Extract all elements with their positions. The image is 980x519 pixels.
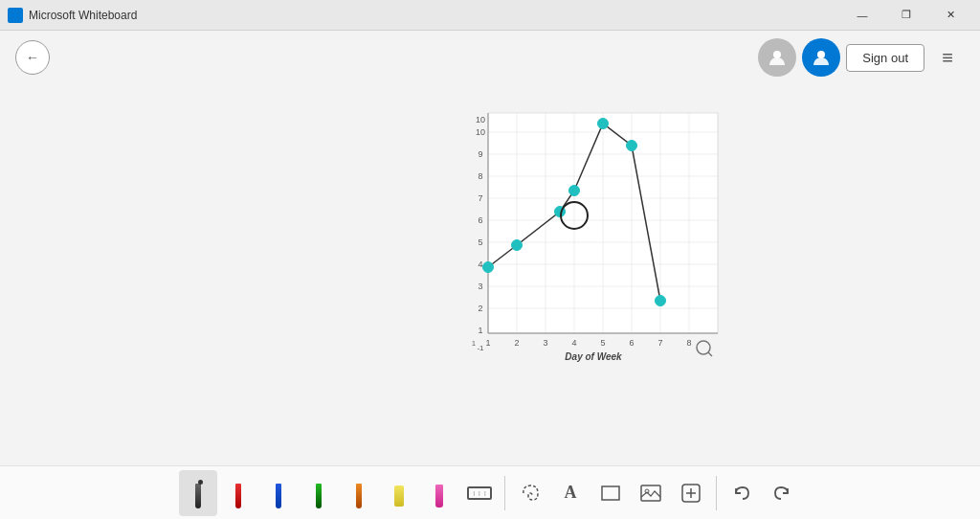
sign-out-button[interactable]: Sign out — [846, 44, 924, 72]
image-icon — [640, 485, 661, 502]
svg-text:1: 1 — [472, 340, 476, 347]
undo-tool[interactable] — [723, 470, 761, 516]
shape-icon — [601, 485, 620, 501]
pen-red-tool[interactable] — [219, 470, 257, 516]
canvas-area[interactable]: 10 9 8 7 6 5 4 3 2 1 1 2 3 4 5 6 7 8 — [0, 84, 980, 465]
shape-tool[interactable] — [591, 470, 630, 516]
app-icon — [8, 8, 23, 23]
svg-text:3: 3 — [478, 282, 482, 291]
svg-text:8: 8 — [686, 338, 691, 348]
svg-point-46 — [627, 141, 637, 151]
pen-blue-tool[interactable] — [259, 470, 298, 516]
add-tool[interactable] — [672, 470, 710, 516]
title-bar-left: Microsoft Whiteboard — [8, 8, 137, 23]
svg-text:-1: -1 — [477, 344, 484, 352]
restore-button[interactable]: ❐ — [884, 0, 928, 31]
svg-point-0 — [773, 51, 781, 58]
svg-text:7: 7 — [478, 193, 482, 203]
svg-rect-55 — [641, 485, 660, 501]
title-bar-controls: — ❐ ✕ — [840, 0, 972, 31]
svg-text:10: 10 — [476, 127, 485, 137]
svg-text:9: 9 — [478, 149, 482, 159]
minimize-button[interactable]: — — [840, 0, 884, 31]
back-button[interactable]: ← — [15, 40, 50, 75]
svg-text:10: 10 — [476, 115, 485, 124]
pen-orange-tool[interactable] — [340, 470, 378, 516]
svg-line-51 — [708, 352, 712, 356]
svg-text:4: 4 — [571, 338, 576, 348]
toolbar-bottom: | | | A — [0, 465, 980, 519]
marker-pink-tool[interactable] — [420, 470, 458, 516]
svg-text:1: 1 — [485, 338, 490, 348]
chart-container: 10 9 8 7 6 5 4 3 2 1 1 2 3 4 5 6 7 8 — [459, 103, 727, 362]
pen-green-tool[interactable] — [300, 470, 338, 516]
svg-text:6: 6 — [629, 338, 634, 348]
pen-black-tool[interactable] — [179, 470, 217, 516]
add-icon — [681, 484, 701, 503]
text-tool[interactable]: A — [551, 470, 590, 516]
ruler-tool[interactable]: | | | — [460, 470, 499, 516]
redo-icon — [772, 484, 791, 503]
lasso-tool[interactable] — [511, 470, 549, 516]
undo-icon — [732, 484, 751, 503]
lasso-icon — [520, 483, 541, 504]
user-avatar-gray[interactable] — [758, 38, 796, 77]
chart-svg: 10 9 8 7 6 5 4 3 2 1 1 2 3 4 5 6 7 8 — [459, 103, 727, 362]
svg-point-1 — [817, 51, 825, 58]
svg-point-41 — [483, 262, 494, 273]
svg-point-44 — [569, 186, 580, 196]
svg-text:2: 2 — [514, 338, 519, 348]
svg-text:5: 5 — [478, 237, 482, 247]
svg-point-50 — [697, 341, 710, 354]
image-tool[interactable] — [632, 470, 670, 516]
more-button[interactable]: ≡ — [930, 40, 965, 75]
toolbar-top: ← Sign out ≡ — [0, 31, 980, 84]
title-bar: Microsoft Whiteboard — ❐ ✕ — [0, 0, 980, 31]
svg-point-45 — [598, 119, 609, 129]
svg-text:1: 1 — [478, 326, 482, 335]
svg-text:4: 4 — [478, 260, 482, 269]
toolbar-separator-2 — [716, 476, 717, 510]
svg-point-47 — [656, 296, 666, 306]
highlighter-tool[interactable] — [380, 470, 418, 516]
app-title: Microsoft Whiteboard — [29, 9, 137, 22]
svg-text:Day of Week: Day of Week — [565, 351, 622, 362]
redo-tool[interactable] — [763, 470, 801, 516]
svg-text:3: 3 — [543, 338, 547, 348]
toolbar-separator-1 — [504, 476, 505, 510]
user-avatar-blue[interactable] — [802, 38, 840, 77]
toolbar-right: Sign out ≡ — [758, 38, 965, 77]
svg-point-42 — [512, 240, 523, 251]
text-icon: A — [565, 483, 577, 503]
svg-text:6: 6 — [478, 215, 482, 225]
svg-text:5: 5 — [600, 338, 605, 348]
svg-text:2: 2 — [478, 304, 482, 313]
svg-text:7: 7 — [657, 338, 662, 348]
toolbar-left: ← — [15, 40, 50, 75]
svg-rect-54 — [602, 486, 619, 500]
close-button[interactable]: ✕ — [928, 0, 972, 31]
svg-text:8: 8 — [478, 171, 482, 181]
